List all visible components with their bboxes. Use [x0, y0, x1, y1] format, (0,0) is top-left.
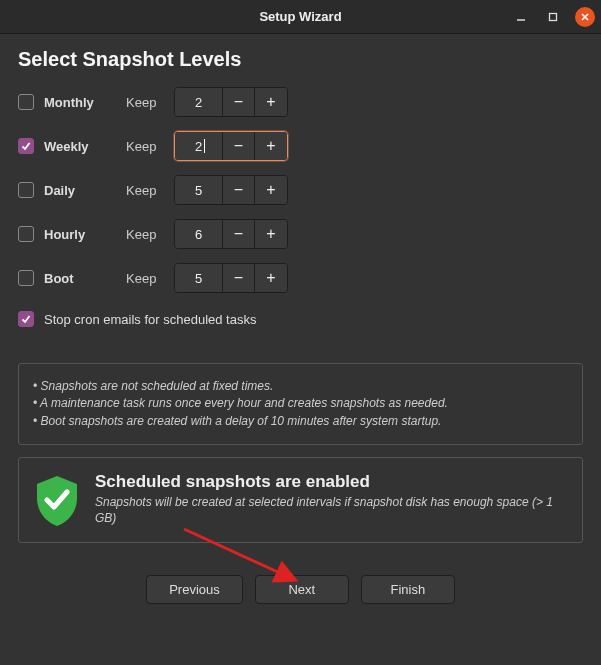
titlebar: Setup Wizard — [0, 0, 601, 34]
hourly-keep-value[interactable]: 6 — [175, 220, 223, 248]
monthly-label: Monthly — [44, 95, 116, 110]
level-row-boot: BootKeep5−+ — [18, 263, 583, 293]
boot-keep-label: Keep — [126, 271, 164, 286]
monthly-keep-stepper[interactable]: 2−+ — [174, 87, 288, 117]
hourly-checkbox[interactable] — [18, 226, 34, 242]
weekly-increment-button[interactable]: + — [255, 132, 287, 160]
weekly-keep-stepper[interactable]: 2−+ — [174, 131, 288, 161]
hourly-increment-button[interactable]: + — [255, 220, 287, 248]
finish-button[interactable]: Finish — [361, 575, 455, 604]
boot-decrement-button[interactable]: − — [223, 264, 255, 292]
boot-keep-value[interactable]: 5 — [175, 264, 223, 292]
monthly-keep-label: Keep — [126, 95, 164, 110]
hourly-decrement-button[interactable]: − — [223, 220, 255, 248]
weekly-label: Weekly — [44, 139, 116, 154]
level-row-daily: DailyKeep5−+ — [18, 175, 583, 205]
monthly-keep-value[interactable]: 2 — [175, 88, 223, 116]
snapshot-levels-list: MonthlyKeep2−+WeeklyKeep2−+DailyKeep5−+H… — [18, 87, 583, 293]
monthly-checkbox[interactable] — [18, 94, 34, 110]
hourly-label: Hourly — [44, 227, 116, 242]
monthly-decrement-button[interactable]: − — [223, 88, 255, 116]
hourly-keep-stepper[interactable]: 6−+ — [174, 219, 288, 249]
boot-label: Boot — [44, 271, 116, 286]
hourly-keep-label: Keep — [126, 227, 164, 242]
daily-keep-label: Keep — [126, 183, 164, 198]
status-box: Scheduled snapshots are enabled Snapshot… — [18, 457, 583, 543]
window-controls — [511, 7, 595, 27]
info-line: • Boot snapshots are created with a dela… — [33, 413, 568, 430]
svg-rect-1 — [550, 13, 557, 20]
level-row-hourly: HourlyKeep6−+ — [18, 219, 583, 249]
window-title: Setup Wizard — [259, 9, 341, 24]
daily-increment-button[interactable]: + — [255, 176, 287, 204]
boot-checkbox[interactable] — [18, 270, 34, 286]
daily-keep-stepper[interactable]: 5−+ — [174, 175, 288, 205]
stop-cron-checkbox[interactable] — [18, 311, 34, 327]
weekly-checkbox[interactable] — [18, 138, 34, 154]
weekly-keep-label: Keep — [126, 139, 164, 154]
stop-cron-row: Stop cron emails for scheduled tasks — [18, 311, 583, 327]
weekly-keep-value[interactable]: 2 — [175, 132, 223, 160]
daily-label: Daily — [44, 183, 116, 198]
info-box: • Snapshots are not scheduled at fixed t… — [18, 363, 583, 445]
monthly-increment-button[interactable]: + — [255, 88, 287, 116]
daily-decrement-button[interactable]: − — [223, 176, 255, 204]
daily-keep-value[interactable]: 5 — [175, 176, 223, 204]
weekly-decrement-button[interactable]: − — [223, 132, 255, 160]
status-subtitle: Snapshots will be created at selected in… — [95, 494, 568, 526]
status-title: Scheduled snapshots are enabled — [95, 472, 568, 492]
level-row-monthly: MonthlyKeep2−+ — [18, 87, 583, 117]
daily-checkbox[interactable] — [18, 182, 34, 198]
boot-keep-stepper[interactable]: 5−+ — [174, 263, 288, 293]
shield-check-icon — [33, 474, 81, 528]
minimize-button[interactable] — [511, 7, 531, 27]
level-row-weekly: WeeklyKeep2−+ — [18, 131, 583, 161]
status-text: Scheduled snapshots are enabled Snapshot… — [95, 472, 568, 526]
close-button[interactable] — [575, 7, 595, 27]
wizard-buttons: Previous Next Finish — [18, 575, 583, 604]
page-title: Select Snapshot Levels — [18, 48, 583, 71]
info-line: • Snapshots are not scheduled at fixed t… — [33, 378, 568, 395]
maximize-button[interactable] — [543, 7, 563, 27]
boot-increment-button[interactable]: + — [255, 264, 287, 292]
info-line: • A maintenance task runs once every hou… — [33, 395, 568, 412]
next-button[interactable]: Next — [255, 575, 349, 604]
previous-button[interactable]: Previous — [146, 575, 243, 604]
stop-cron-label: Stop cron emails for scheduled tasks — [44, 312, 256, 327]
